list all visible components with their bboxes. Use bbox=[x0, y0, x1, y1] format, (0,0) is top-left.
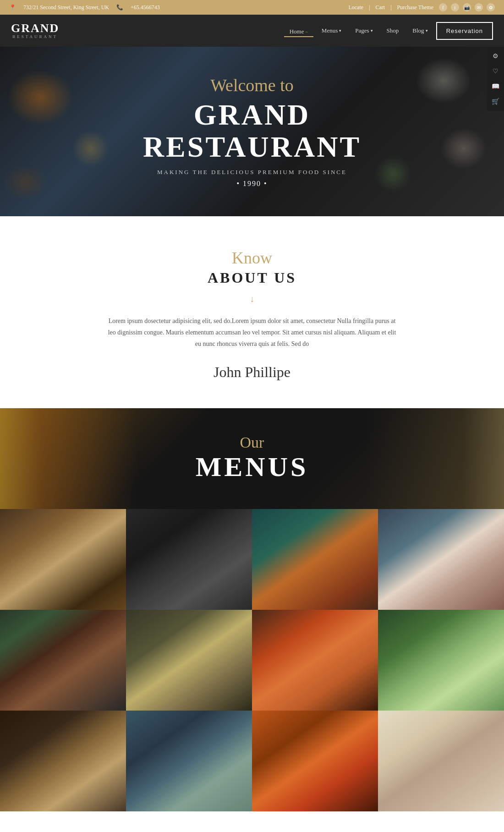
food-cell-9[interactable] bbox=[0, 711, 126, 811]
hero-title-line1: GRAND bbox=[143, 99, 361, 131]
home-underline-icon: ~ bbox=[305, 29, 307, 34]
menus-caret-icon: ▾ bbox=[339, 28, 341, 33]
nav-links: Home ~ Menus ▾ Pages ▾ Shop Blog ▾ Reser… bbox=[284, 22, 493, 40]
navbar: GRAND RESTAURANT Home ~ Menus ▾ Pages ▾ … bbox=[0, 15, 504, 47]
locate-link[interactable]: Locate bbox=[348, 4, 363, 11]
wishlist-icon[interactable]: ♡ bbox=[487, 64, 504, 79]
food-cell-3[interactable] bbox=[252, 509, 378, 610]
hero-title: GRAND RESTAURANT bbox=[143, 99, 361, 164]
menus-food-right bbox=[367, 408, 504, 509]
email-icon[interactable]: ✉ bbox=[475, 3, 483, 11]
reservation-button[interactable]: Reservation bbox=[436, 22, 493, 40]
menus-banner: Our MENUS bbox=[0, 408, 504, 509]
logo-sub: RESTAURANT bbox=[11, 34, 59, 39]
about-body: Lorem ipsum dosectetur adipisicing elit,… bbox=[105, 315, 399, 350]
social-icons: f t 📷 ✉ ✿ bbox=[439, 3, 495, 11]
food-cell-8[interactable] bbox=[378, 610, 504, 711]
menus-food-left bbox=[0, 408, 137, 509]
book-icon[interactable]: 📖 bbox=[487, 79, 504, 94]
about-signature: John Phillipe bbox=[64, 364, 440, 381]
logo-grand: GRAND bbox=[11, 22, 59, 34]
hero-section: Welcome to GRAND RESTAURANT MAKING THE D… bbox=[0, 47, 504, 216]
location-icon: 📍 bbox=[9, 4, 16, 11]
hero-welcome-text: Welcome to bbox=[143, 75, 361, 95]
facebook-icon[interactable]: f bbox=[439, 3, 447, 11]
food-cell-10[interactable] bbox=[126, 711, 252, 811]
sidebar-icons: ⚙ ♡ 📖 🛒 bbox=[487, 47, 504, 111]
blog-caret-icon: ▾ bbox=[426, 28, 428, 33]
food-grid-row2 bbox=[0, 610, 504, 711]
menus-title: MENUS bbox=[196, 451, 309, 483]
nav-home[interactable]: Home ~ bbox=[284, 24, 313, 37]
nav-shop[interactable]: Shop bbox=[381, 23, 405, 38]
hero-subtitle: MAKING THE DELICIOUS PREMIUM FOOD SINCE bbox=[143, 169, 361, 176]
logo[interactable]: GRAND RESTAURANT bbox=[11, 22, 59, 39]
hero-content: Welcome to GRAND RESTAURANT MAKING THE D… bbox=[143, 75, 361, 188]
nav-pages[interactable]: Pages ▾ bbox=[350, 23, 378, 38]
food-grid-row1 bbox=[0, 509, 504, 610]
hero-year: 1990 bbox=[143, 180, 361, 188]
food-cell-1[interactable] bbox=[0, 509, 126, 610]
top-bar: 📍 732/21 Second Street, King Street, UK … bbox=[0, 0, 504, 15]
food-cell-7[interactable] bbox=[252, 610, 378, 711]
food-cell-12[interactable] bbox=[378, 711, 504, 811]
menus-label: Our bbox=[196, 434, 309, 451]
about-title: ABOUT US bbox=[64, 269, 440, 286]
food-cell-5[interactable] bbox=[0, 610, 126, 711]
pages-caret-icon: ▾ bbox=[371, 28, 373, 33]
menus-content: Our MENUS bbox=[196, 434, 309, 483]
about-label: Know bbox=[64, 248, 440, 268]
cart-sidebar-icon[interactable]: 🛒 bbox=[487, 94, 504, 109]
settings-icon[interactable]: ⚙ bbox=[487, 49, 504, 64]
twitter-icon[interactable]: t bbox=[451, 3, 459, 11]
yelp-icon[interactable]: ✿ bbox=[487, 3, 495, 11]
nav-blog[interactable]: Blog ▾ bbox=[407, 23, 433, 38]
food-grid-row3 bbox=[0, 711, 504, 811]
about-divider: ↓ bbox=[64, 294, 440, 304]
phone-text: +65.4566743 bbox=[131, 4, 160, 11]
about-section: Know ABOUT US ↓ Lorem ipsum dosectetur a… bbox=[0, 216, 504, 408]
purchase-link[interactable]: Purchase Theme bbox=[397, 4, 433, 11]
phone-icon: 📞 bbox=[116, 4, 123, 11]
hero-title-line2: RESTAURANT bbox=[143, 131, 361, 163]
top-bar-left: 📍 732/21 Second Street, King Street, UK … bbox=[9, 4, 160, 11]
top-bar-right: Locate | Cart | Purchase Theme f t 📷 ✉ ✿ bbox=[348, 3, 495, 11]
address-text: 732/21 Second Street, King Street, UK bbox=[23, 4, 109, 11]
food-cell-2[interactable] bbox=[126, 509, 252, 610]
food-cell-4[interactable] bbox=[378, 509, 504, 610]
food-cell-11[interactable] bbox=[252, 711, 378, 811]
nav-menus[interactable]: Menus ▾ bbox=[316, 23, 347, 38]
food-cell-6[interactable] bbox=[126, 610, 252, 711]
instagram-icon[interactable]: 📷 bbox=[463, 3, 471, 11]
cart-link[interactable]: Cart bbox=[376, 4, 385, 11]
